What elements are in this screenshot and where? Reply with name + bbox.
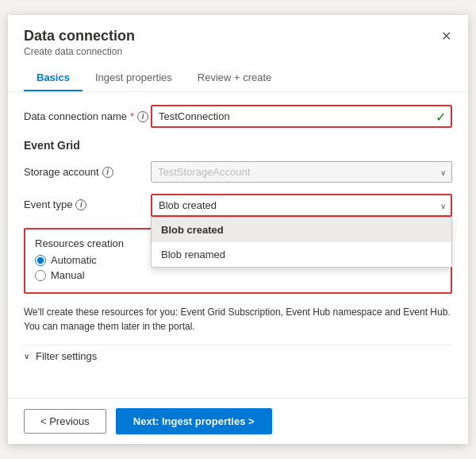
tab-basics[interactable]: Basics xyxy=(24,65,83,91)
data-connection-dialog: Data connection Create data connection ✕… xyxy=(8,15,468,444)
dialog-title: Data connection xyxy=(24,28,452,44)
connection-name-info-icon[interactable]: i xyxy=(137,111,148,122)
filter-settings-label: Filter settings xyxy=(36,350,97,362)
radio-manual-row[interactable]: Manual xyxy=(35,269,441,281)
close-button[interactable]: ✕ xyxy=(436,26,455,45)
event-type-label: Event type i xyxy=(24,194,151,210)
tab-review-create[interactable]: Review + create xyxy=(185,65,285,91)
event-type-select-wrapper: Blob created ∨ Blob created Blob renamed xyxy=(151,194,452,217)
valid-check-icon: ✓ xyxy=(436,109,446,124)
event-type-info-icon[interactable]: i xyxy=(75,199,86,210)
connection-name-input[interactable] xyxy=(151,105,452,128)
storage-account-row: Storage account i TestStorageAccount ∨ xyxy=(24,161,452,183)
storage-account-info-icon[interactable]: i xyxy=(102,167,113,178)
radio-automatic-label: Automatic xyxy=(51,254,97,266)
next-button[interactable]: Next: Ingest properties > xyxy=(116,408,272,434)
dialog-subtitle: Create data connection xyxy=(24,46,452,57)
filter-chevron-icon: ∨ xyxy=(24,352,29,361)
event-type-row: Event type i Blob created ∨ Blob created… xyxy=(24,194,452,217)
tab-ingest-properties[interactable]: Ingest properties xyxy=(83,65,185,91)
dialog-footer: < Previous Next: Ingest properties > xyxy=(8,398,468,444)
event-type-dropdown-menu: Blob created Blob renamed xyxy=(151,217,452,268)
storage-account-label: Storage account i xyxy=(24,166,151,178)
connection-name-label: Data connection name * i xyxy=(24,110,151,122)
radio-manual-input[interactable] xyxy=(35,270,46,281)
radio-manual-label: Manual xyxy=(51,269,85,281)
dropdown-item-blob-renamed[interactable]: Blob renamed xyxy=(152,242,451,267)
storage-account-select-wrapper: TestStorageAccount ∨ xyxy=(151,161,452,183)
filter-settings-row[interactable]: ∨ Filter settings xyxy=(24,345,452,367)
dialog-body: Data connection name * i ✓ Event Grid St… xyxy=(8,92,468,398)
connection-name-row: Data connection name * i ✓ xyxy=(24,105,452,128)
dialog-header: Data connection Create data connection ✕… xyxy=(8,15,468,92)
required-star: * xyxy=(130,110,134,122)
info-text: We'll create these resources for you: Ev… xyxy=(24,305,452,334)
event-grid-section-title: Event Grid xyxy=(24,139,452,152)
connection-name-input-wrapper: ✓ xyxy=(151,105,452,128)
storage-account-select[interactable]: TestStorageAccount xyxy=(151,161,452,183)
event-type-select[interactable]: Blob created xyxy=(151,194,452,217)
radio-automatic-input[interactable] xyxy=(35,255,46,266)
previous-button[interactable]: < Previous xyxy=(24,409,106,434)
tab-bar: Basics Ingest properties Review + create xyxy=(24,65,452,91)
dropdown-item-blob-created[interactable]: Blob created xyxy=(152,218,451,242)
